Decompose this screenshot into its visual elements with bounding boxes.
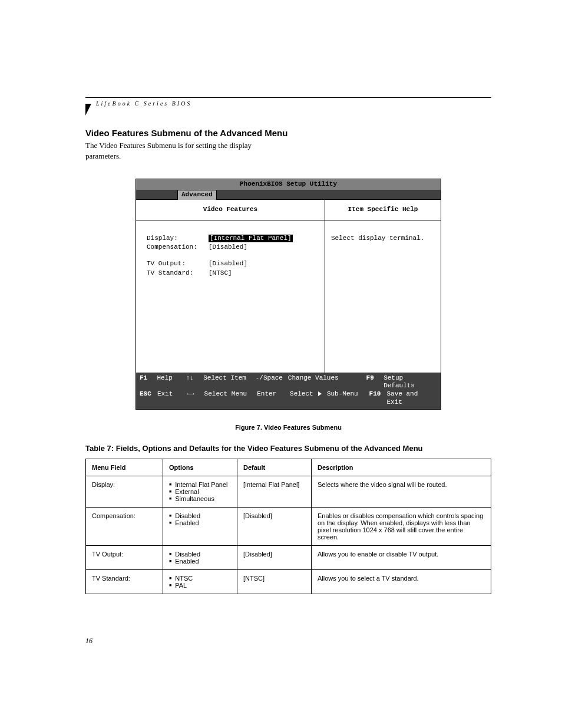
- field-label: TV Standard:: [147, 269, 209, 278]
- key-select-menu-label: Select Menu: [204, 390, 257, 407]
- option-item: Internal Flat Panel: [169, 481, 231, 488]
- bios-title: PhoenixBIOS Setup Utility: [136, 179, 441, 190]
- table-row: Compensation:DisabledEnabled[Disabled]En…: [86, 507, 491, 545]
- bios-field-display[interactable]: Display: [Internal Flat Panel]: [147, 235, 318, 243]
- bios-left-header: Video Features: [136, 200, 325, 220]
- option-item: Enabled: [169, 519, 231, 526]
- key-save-exit-label: Save and Exit: [386, 390, 437, 407]
- cell-menu-field: TV Output:: [86, 545, 163, 569]
- cell-description: Enables or disables compensation which c…: [312, 507, 491, 545]
- cell-menu-field: Display:: [86, 476, 163, 508]
- th-menu-field: Menu Field: [86, 459, 163, 476]
- key-f1: F1: [140, 374, 157, 391]
- option-item: Disabled: [169, 551, 231, 558]
- key-f10: F10: [369, 390, 387, 407]
- option-item: Disabled: [169, 512, 231, 519]
- option-item: NTSC: [169, 575, 231, 582]
- field-label: TV Output:: [147, 260, 209, 268]
- cell-default: [Disabled]: [237, 507, 312, 545]
- key-leftright: ←→: [187, 390, 204, 407]
- cell-options: DisabledEnabled: [163, 507, 237, 545]
- section-title: Video Features Submenu of the Advanced M…: [85, 128, 491, 138]
- field-value[interactable]: [Disabled]: [209, 260, 247, 268]
- cell-options: NTSCPAL: [163, 569, 237, 594]
- field-value[interactable]: [Disabled]: [209, 243, 247, 252]
- section-intro: The Video Features Submenu is for settin…: [85, 140, 274, 161]
- bios-help-text: Select display terminal.: [325, 220, 441, 373]
- cell-description: Allows you to enable or disable TV outpu…: [312, 545, 491, 569]
- th-options: Options: [163, 459, 237, 476]
- bios-footer: F1 Help ↑↓ Select Item -/Space Change Va…: [136, 373, 441, 409]
- cell-default: [Internal Flat Panel]: [237, 476, 312, 508]
- th-default: Default: [237, 459, 312, 476]
- field-value[interactable]: [Internal Flat Panel]: [209, 235, 293, 243]
- cell-default: [NTSC]: [237, 569, 312, 594]
- header-flag-icon: [85, 104, 91, 116]
- key-enter: Enter: [257, 390, 290, 407]
- running-head: LifeBook C Series BIOS: [85, 100, 491, 107]
- bios-window: PhoenixBIOS Setup Utility Advanced Video…: [135, 179, 441, 410]
- page-number: 16: [85, 637, 92, 645]
- cell-options: Internal Flat PanelExternalSimultaneous: [163, 476, 237, 508]
- bios-field-tvoutput[interactable]: TV Output: [Disabled]: [147, 260, 318, 268]
- key-space: -/Space: [256, 374, 288, 391]
- cell-description: Allows you to select a TV standard.: [312, 569, 491, 594]
- bios-tabbar: Advanced: [136, 190, 441, 199]
- key-exit-label: Exit: [157, 390, 187, 407]
- key-f9: F9: [366, 374, 384, 391]
- table-title: Table 7: Fields, Options and Defaults fo…: [85, 444, 491, 453]
- cell-options: DisabledEnabled: [163, 545, 237, 569]
- key-esc: ESC: [140, 390, 157, 407]
- table-row: TV Standard:NTSCPAL[NTSC]Allows you to s…: [86, 569, 491, 594]
- cell-description: Selects where the video signal will be r…: [312, 476, 491, 508]
- option-item: External: [169, 488, 231, 495]
- tab-advanced[interactable]: Advanced: [177, 190, 217, 200]
- option-item: Enabled: [169, 558, 231, 565]
- key-setup-defaults-label: Setup Defaults: [384, 374, 437, 391]
- key-select-submenu-label: Select Sub-MenuSelect Sub-Menu: [290, 390, 369, 407]
- key-help-label: Help: [157, 374, 186, 391]
- th-description: Description: [312, 459, 491, 476]
- cell-menu-field: TV Standard:: [86, 569, 163, 594]
- field-label: Compensation:: [147, 243, 209, 252]
- cell-default: [Disabled]: [237, 545, 312, 569]
- field-value[interactable]: [NTSC]: [209, 269, 232, 278]
- cell-menu-field: Compensation:: [86, 507, 163, 545]
- key-select-item-label: Select Item: [203, 374, 256, 391]
- option-item: Simultaneous: [169, 495, 231, 502]
- option-item: PAL: [169, 582, 231, 589]
- bios-field-tvstandard[interactable]: TV Standard: [NTSC]: [147, 269, 318, 278]
- bios-right-header: Item Specific Help: [325, 200, 441, 220]
- key-change-values-label: Change Values: [288, 374, 366, 391]
- table-row: Display:Internal Flat PanelExternalSimul…: [86, 476, 491, 508]
- triangle-right-icon: [318, 391, 322, 396]
- spec-table: Menu Field Options Default Description D…: [85, 459, 491, 594]
- field-label: Display:: [147, 235, 209, 243]
- bios-field-compensation[interactable]: Compensation: [Disabled]: [147, 243, 318, 252]
- key-updown: ↑↓: [186, 374, 204, 391]
- table-row: TV Output:DisabledEnabled[Disabled]Allow…: [86, 545, 491, 569]
- figure-caption: Figure 7. Video Features Submenu: [85, 424, 491, 431]
